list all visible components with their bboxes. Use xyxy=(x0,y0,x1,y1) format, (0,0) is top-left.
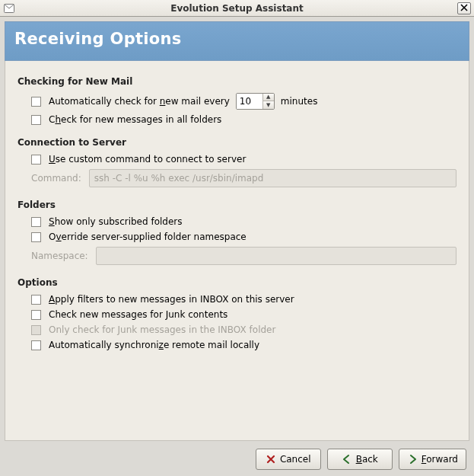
row-command: Command: xyxy=(31,169,457,187)
cancel-button[interactable]: Cancel xyxy=(256,449,321,470)
button-bar: Cancel Back Forward xyxy=(5,441,469,470)
text: how only subscribed folders xyxy=(55,216,183,227)
spin-up[interactable]: ▲ xyxy=(263,94,274,101)
checkbox-junk[interactable] xyxy=(31,310,41,320)
text: pply filters to new messages in INBOX on… xyxy=(55,294,294,305)
section-options: Apply filters to new messages in INBOX o… xyxy=(17,294,457,350)
mnemonic: h xyxy=(55,114,61,125)
forward-button[interactable]: Forward xyxy=(399,449,466,470)
interval-input[interactable] xyxy=(237,94,262,109)
section-connection: Use custom command to connect to server … xyxy=(17,154,457,187)
row-all-folders: Check for new messages in all folders xyxy=(31,114,457,125)
label-filters: Apply filters to new messages in INBOX o… xyxy=(49,294,294,305)
label-namespace: Namespace: xyxy=(31,251,88,261)
forward-label: Forward xyxy=(422,454,458,465)
row-namespace: Namespace: xyxy=(31,247,457,265)
checkbox-junk-inbox xyxy=(31,325,41,335)
text: ew mail every xyxy=(165,96,229,107)
row-sync: Automatically synchronize remote mail lo… xyxy=(31,340,457,350)
text: ack xyxy=(362,454,378,465)
mnemonic: S xyxy=(49,216,55,227)
text: se custom command to connect to server xyxy=(56,154,247,165)
text: erride server-supplied folder namespace xyxy=(62,232,247,242)
text: eck for new messages in all folders xyxy=(61,114,221,125)
row-junk: Check new messages for Junk contents xyxy=(31,309,457,320)
back-button[interactable]: Back xyxy=(327,449,393,470)
namespace-input xyxy=(96,247,457,265)
checkbox-subscribed[interactable] xyxy=(31,217,41,227)
text: Automatically check for xyxy=(49,96,160,107)
section-folders: Show only subscribed folders Override se… xyxy=(17,216,457,265)
row-override: Override server-supplied folder namespac… xyxy=(31,232,457,242)
cancel-icon xyxy=(266,454,276,465)
label-override: Override server-supplied folder namespac… xyxy=(49,232,247,242)
label-sync: Automatically synchronize remote mail lo… xyxy=(49,340,259,350)
back-icon xyxy=(342,454,352,465)
back-label: Back xyxy=(356,454,378,465)
interval-spinbox[interactable]: ▲ ▼ xyxy=(236,93,275,110)
checkbox-sync[interactable] xyxy=(31,340,41,350)
text: e remote mail locally xyxy=(164,340,259,350)
row-subscribed: Show only subscribed folders xyxy=(31,216,457,227)
text: Automatically synchroni xyxy=(49,340,159,350)
cancel-label: Cancel xyxy=(280,454,311,465)
label-use-custom: Use custom command to connect to server xyxy=(49,154,246,165)
section-checking: Automatically check for new mail every ▲… xyxy=(17,93,457,125)
checkbox-override[interactable] xyxy=(31,232,41,242)
row-use-custom: Use custom command to connect to server xyxy=(31,154,457,165)
checkbox-filters[interactable] xyxy=(31,295,41,305)
text: orward xyxy=(426,454,458,465)
content-area: Checking for New Mail Automatically chec… xyxy=(5,61,469,441)
command-input xyxy=(89,169,457,187)
page-heading: Receiving Options xyxy=(14,30,182,48)
mnemonic: v xyxy=(56,232,61,242)
row-junk-inbox: Only check for Junk messages in the INBO… xyxy=(31,324,457,335)
page-banner: Receiving Options xyxy=(5,21,469,61)
label-junk-inbox: Only check for Junk messages in the INBO… xyxy=(49,324,275,335)
titlebar: Evolution Setup Assistant xyxy=(0,0,474,17)
label-minutes: minutes xyxy=(281,96,318,107)
close-button[interactable] xyxy=(457,2,471,14)
mnemonic: U xyxy=(49,154,56,165)
checkbox-auto-check[interactable] xyxy=(31,97,41,107)
window-body: Receiving Options Checking for New Mail … xyxy=(0,17,474,476)
section-title-connection: Connection to Server xyxy=(17,137,457,148)
mnemonic: B xyxy=(356,454,362,465)
checkbox-all-folders[interactable] xyxy=(31,115,41,125)
checkbox-use-custom[interactable] xyxy=(31,155,41,165)
section-title-checking: Checking for New Mail xyxy=(17,76,457,87)
label-all-folders: Check for new messages in all folders xyxy=(49,114,221,125)
label-subscribed: Show only subscribed folders xyxy=(49,216,183,227)
mnemonic: A xyxy=(49,294,55,305)
section-title-options: Options xyxy=(17,277,457,288)
spin-down[interactable]: ▼ xyxy=(263,101,274,109)
row-filters: Apply filters to new messages in INBOX o… xyxy=(31,294,457,305)
label-auto-check: Automatically check for new mail every xyxy=(49,96,230,107)
row-auto-check: Automatically check for new mail every ▲… xyxy=(31,93,457,110)
label-command: Command: xyxy=(31,173,81,184)
window-title: Evolution Setup Assistant xyxy=(0,3,474,14)
section-title-folders: Folders xyxy=(17,200,457,210)
spin-buttons: ▲ ▼ xyxy=(262,94,274,109)
forward-icon xyxy=(407,454,418,465)
close-icon xyxy=(460,3,468,14)
label-junk: Check new messages for Junk contents xyxy=(49,309,227,320)
